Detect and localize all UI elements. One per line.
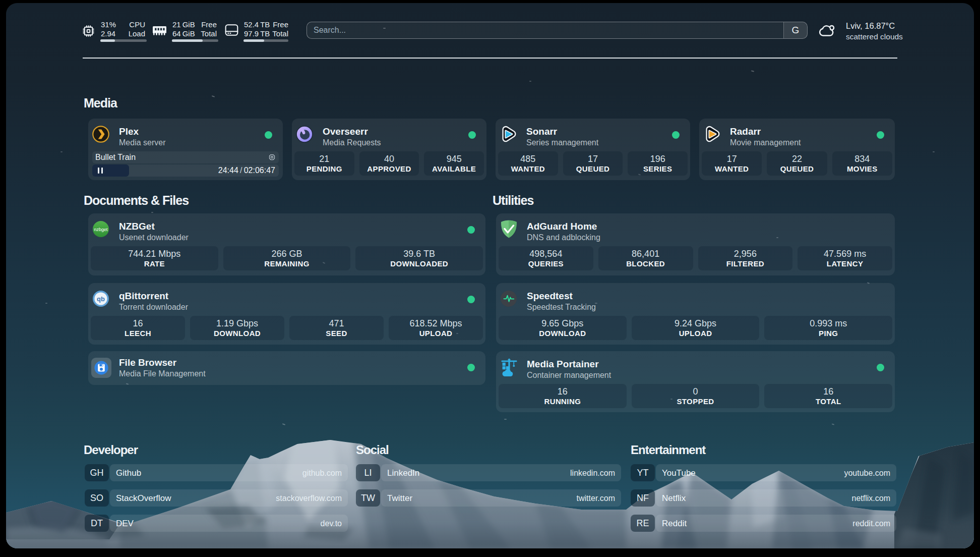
- svg-text:qb: qb: [97, 295, 105, 303]
- svg-text:nzbget: nzbget: [94, 227, 108, 232]
